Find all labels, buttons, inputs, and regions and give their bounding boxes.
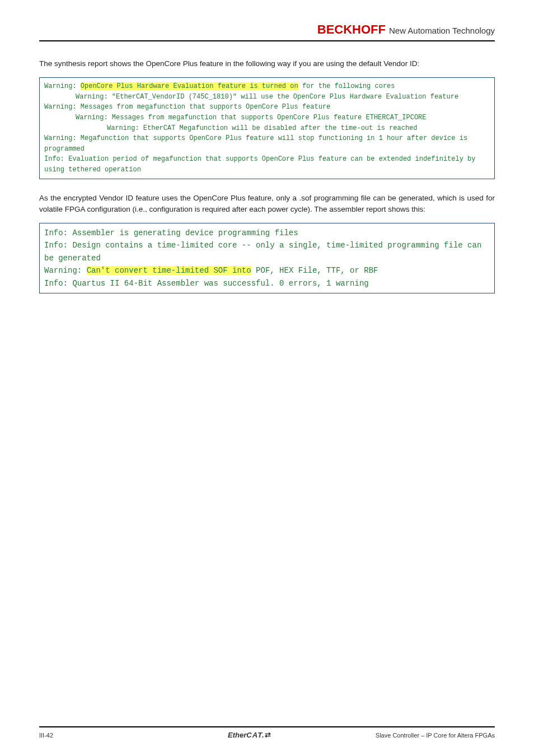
- footer-logo: EtherCAT.⇄: [228, 731, 271, 739]
- code-line: Info: Assembler is generating device pro…: [44, 228, 298, 237]
- code-line: Warning: Megafunction that supports Open…: [44, 134, 471, 153]
- footer-logo-text-b: CAT.: [246, 731, 264, 739]
- page-footer: III-42 EtherCAT.⇄ Slave Controller – IP …: [39, 726, 495, 739]
- intro-paragraph-1: The synthesis report shows the OpenCore …: [39, 58, 495, 69]
- footer-logo-arrow-icon: ⇄: [265, 731, 271, 739]
- code-line: Info: Design contains a time-limited cor…: [44, 241, 486, 262]
- highlighted-text: OpenCore Plus Hardware Evaluation featur…: [81, 82, 298, 90]
- highlighted-text: Can't convert time-limited SOF into: [87, 266, 251, 275]
- assembler-report-box: Info: Assembler is generating device pro…: [39, 223, 495, 293]
- code-line: Warning: OpenCore Plus Hardware Evaluati…: [44, 82, 395, 90]
- code-line: Warning: Can't convert time-limited SOF …: [44, 266, 378, 275]
- code-text: POF, HEX File, TTF, or RBF: [251, 266, 378, 275]
- footer-page-number: III-42: [39, 732, 123, 739]
- code-text: Warning:: [44, 266, 87, 275]
- footer-row: III-42 EtherCAT.⇄ Slave Controller – IP …: [39, 731, 495, 739]
- code-line: Info: Quartus II 64-Bit Assembler was su…: [44, 279, 369, 288]
- code-line: Warning: Messages from megafunction that…: [44, 103, 330, 111]
- intro-paragraph-2: As the encrypted Vendor ID feature uses …: [39, 193, 495, 216]
- footer-doc-title: Slave Controller – IP Core for Altera FP…: [376, 732, 495, 739]
- page: BECKHOFFNew Automation Technology The sy…: [0, 0, 534, 756]
- brand-name: BECKHOFF: [317, 22, 386, 36]
- page-header: BECKHOFFNew Automation Technology: [39, 22, 495, 41]
- brand-tagline: New Automation Technology: [389, 26, 495, 35]
- code-text: Warning:: [44, 82, 81, 90]
- synthesis-report-box: Warning: OpenCore Plus Hardware Evaluati…: [39, 77, 495, 179]
- code-line: Warning: EtherCAT Megafunction will be d…: [44, 123, 490, 134]
- code-line: Info: Evaluation period of megafunction …: [44, 155, 480, 174]
- code-text: for the following cores: [298, 82, 395, 90]
- footer-logo-text-a: Ether: [228, 731, 246, 739]
- code-line: Warning: Messages from megafunction that…: [44, 113, 490, 123]
- code-line: Warning: "EtherCAT_VendorID (745C_1810)"…: [44, 92, 490, 102]
